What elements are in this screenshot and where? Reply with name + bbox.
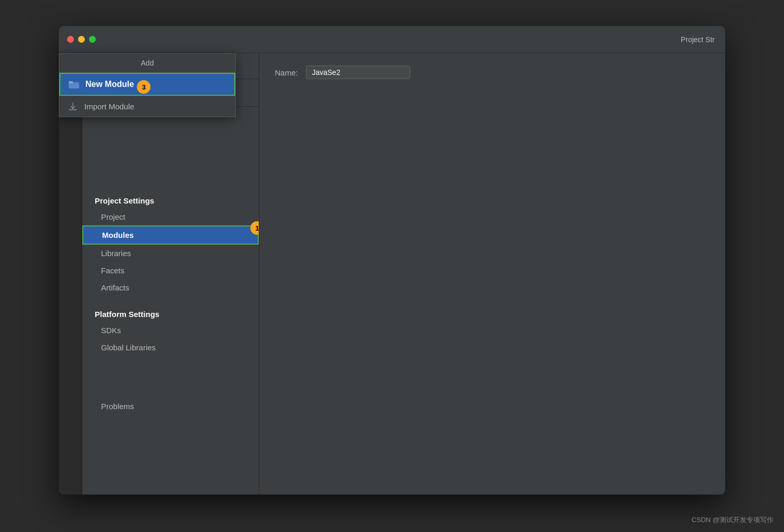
new-module-item[interactable]: New Module 3 bbox=[82, 73, 235, 96]
project-settings-title: Project Settings bbox=[82, 191, 259, 208]
name-label: Name: bbox=[275, 68, 298, 77]
sidebar-item-global-libraries[interactable]: Global Libraries bbox=[82, 339, 259, 356]
sidebar-item-artifacts[interactable]: Artifacts bbox=[82, 279, 259, 296]
title-bar: Project Str bbox=[59, 26, 725, 53]
sidebar-item-modules[interactable]: Modules 1 bbox=[82, 225, 259, 245]
window-title: Project Str bbox=[681, 35, 715, 44]
sidebar-nav: Project Settings Project Modules 1 Libra… bbox=[82, 185, 259, 421]
right-panel: Name: bbox=[259, 53, 725, 495]
minimize-button[interactable] bbox=[78, 36, 85, 43]
project-structure-window: Project Str 📄 ☷ ← → Ja + 2 − bbox=[59, 26, 725, 495]
import-module-label: Import Module bbox=[84, 102, 134, 111]
new-module-label: New Module bbox=[85, 80, 134, 89]
sidebar-item-project[interactable]: Project bbox=[82, 208, 259, 225]
sidebar-item-problems[interactable]: Problems bbox=[82, 398, 259, 415]
sidebar-item-facets[interactable]: Facets bbox=[82, 262, 259, 279]
add-dropdown: Add New Module 3 bbox=[82, 53, 236, 117]
step3-badge: 3 bbox=[137, 80, 150, 94]
step1-badge: 1 bbox=[250, 221, 259, 235]
dropdown-header: Add bbox=[82, 54, 235, 73]
name-row: Name: bbox=[275, 66, 710, 79]
sidebar: ← → Ja + 2 − bbox=[82, 53, 259, 495]
platform-settings-title: Platform Settings bbox=[82, 305, 259, 322]
main-content: 📄 ☷ ← → Ja + 2 − bbox=[59, 53, 725, 495]
sidebar-item-libraries[interactable]: Libraries bbox=[82, 245, 259, 262]
import-module-item[interactable]: Import Module bbox=[82, 96, 235, 117]
traffic-lights bbox=[67, 36, 96, 43]
left-bar: 📄 ☷ bbox=[59, 53, 82, 495]
footer-text: CSDN @测试开发专项写作 bbox=[691, 515, 774, 525]
fullscreen-button[interactable] bbox=[89, 36, 96, 43]
close-button[interactable] bbox=[67, 36, 74, 43]
name-input[interactable] bbox=[306, 66, 410, 79]
sidebar-item-sdks[interactable]: SDKs bbox=[82, 322, 259, 339]
